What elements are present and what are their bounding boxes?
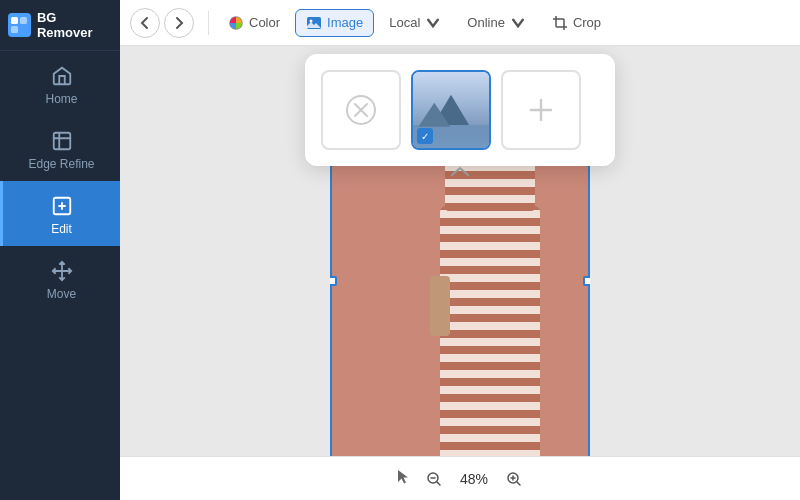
sidebar-home-label: Home xyxy=(45,92,77,106)
sidebar-edit-label: Edit xyxy=(51,222,72,236)
canvas-area xyxy=(120,46,800,456)
cursor-svg xyxy=(394,468,412,486)
selected-checkmark xyxy=(417,128,433,144)
sidebar-item-move[interactable]: Move xyxy=(0,246,120,311)
zoom-out-icon xyxy=(426,471,442,487)
color-icon xyxy=(228,15,244,31)
color-button[interactable]: Color xyxy=(217,9,291,37)
sidebar-item-edit[interactable]: Edit xyxy=(0,181,120,246)
online-label: Online xyxy=(467,15,505,30)
crop-label: Crop xyxy=(573,15,601,30)
cursor-icon xyxy=(394,468,412,490)
zoom-controls: 48% xyxy=(394,467,526,491)
chevron-up-icon xyxy=(448,165,472,179)
image-panel xyxy=(305,54,615,166)
forward-arrow-icon xyxy=(172,16,186,30)
local-chevron-icon xyxy=(425,15,441,31)
crop-button[interactable]: Crop xyxy=(541,9,612,37)
move-icon xyxy=(51,260,73,282)
sidebar-item-home[interactable]: Home xyxy=(0,51,120,116)
toolbar-divider-1 xyxy=(208,11,209,35)
sidebar-item-edge-refine[interactable]: Edge Refine xyxy=(0,116,120,181)
local-label: Local xyxy=(389,15,420,30)
logo-icon xyxy=(8,13,31,37)
home-icon xyxy=(51,65,73,87)
app-name: BG Remover xyxy=(37,10,112,40)
image-icon xyxy=(306,15,322,31)
nav-back-button[interactable] xyxy=(130,8,160,38)
statusbar: 48% xyxy=(120,456,800,500)
sidebar: BG Remover Home Edge Refine Edit Move xyxy=(0,0,120,500)
nav-buttons xyxy=(130,8,194,38)
edit-icon xyxy=(51,195,73,217)
image-button[interactable]: Image xyxy=(295,9,374,37)
online-chevron-icon xyxy=(510,15,526,31)
empty-thumb[interactable] xyxy=(321,70,401,150)
crop-icon xyxy=(552,15,568,31)
image-label: Image xyxy=(327,15,363,30)
svg-rect-2 xyxy=(11,26,18,33)
app-logo: BG Remover xyxy=(0,0,120,51)
nav-forward-button[interactable] xyxy=(164,8,194,38)
sidebar-edge-refine-label: Edge Refine xyxy=(28,157,94,171)
zoom-in-icon xyxy=(506,471,522,487)
main-area: Color Image Local Online xyxy=(120,0,800,500)
svg-rect-0 xyxy=(11,17,18,24)
local-button[interactable]: Local xyxy=(378,9,452,37)
toolbar: Color Image Local Online xyxy=(120,0,800,46)
svg-rect-1 xyxy=(20,17,27,24)
cancel-icon xyxy=(343,92,379,128)
mountain-thumb[interactable] xyxy=(411,70,491,150)
zoom-out-button[interactable] xyxy=(422,467,446,491)
online-button[interactable]: Online xyxy=(456,9,537,37)
svg-rect-3 xyxy=(53,133,70,150)
panel-collapse-chevron[interactable] xyxy=(448,163,472,184)
add-icon xyxy=(525,94,557,126)
zoom-value: 48% xyxy=(456,471,492,487)
back-arrow-icon xyxy=(138,16,152,30)
add-thumb[interactable] xyxy=(501,70,581,150)
edge-refine-icon xyxy=(51,130,73,152)
zoom-in-button[interactable] xyxy=(502,467,526,491)
sidebar-move-label: Move xyxy=(47,287,76,301)
color-label: Color xyxy=(249,15,280,30)
